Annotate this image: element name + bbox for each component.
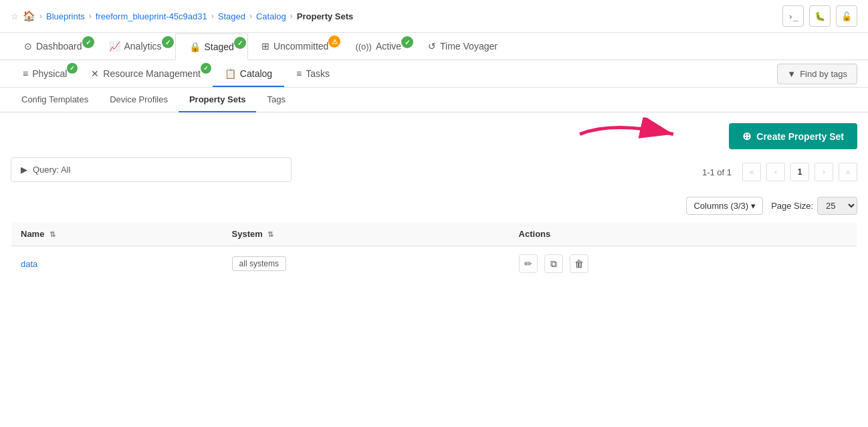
system-chip: all systems xyxy=(232,256,286,271)
breadcrumb-sep: › xyxy=(39,11,42,21)
sub-tab-config-templates[interactable]: Config Templates xyxy=(11,88,99,112)
tab-time-voyager[interactable]: ↺ Time Voyager xyxy=(415,33,511,60)
tab-resource-management[interactable]: ✕ Resource Management ✓ xyxy=(79,60,213,87)
property-sets-table: Name ⇅ System ⇅ Actions data all systems xyxy=(11,222,857,282)
main-content: ⊕ Create Property Set ▶ Query: All 1-1 o… xyxy=(0,112,868,282)
page-size-control: Page Size: 25 50 100 xyxy=(771,197,857,215)
pagination-next[interactable]: › xyxy=(815,163,833,181)
physical-icon: ≡ xyxy=(23,68,28,79)
pagination-last[interactable]: » xyxy=(839,163,857,181)
tab-active[interactable]: ((o)) Active ✓ xyxy=(342,33,415,60)
time-voyager-icon: ↺ xyxy=(428,41,436,52)
resource-icon: ✕ xyxy=(91,68,99,79)
resource-badge: ✓ xyxy=(201,63,211,74)
physical-badge: ✓ xyxy=(67,63,78,74)
analytics-badge: ✓ xyxy=(162,36,174,48)
tab-resource-management-label: Resource Management xyxy=(103,68,201,79)
find-tags-label: Find by tags xyxy=(800,69,847,79)
uncommitted-icon: ⊞ xyxy=(261,41,269,52)
table-controls: Columns (3/3) ▾ Page Size: 25 50 100 xyxy=(11,193,857,222)
tasks-icon: ≡ xyxy=(296,68,302,79)
sub-tab-tags[interactable]: Tags xyxy=(256,88,296,112)
plus-icon: ⊕ xyxy=(742,130,751,143)
find-by-tags-button[interactable]: ▼ Find by tags xyxy=(777,64,857,84)
delete-button[interactable]: 🗑 xyxy=(570,254,588,273)
create-btn-row: ⊕ Create Property Set xyxy=(11,112,857,157)
sub-tab-property-sets[interactable]: Property Sets xyxy=(179,88,257,112)
filter-icon: ▼ xyxy=(787,69,796,79)
page-size-label: Page Size: xyxy=(771,201,813,211)
catalog-icon: 📋 xyxy=(225,68,236,79)
page-size-select[interactable]: 25 50 100 xyxy=(817,197,857,215)
pagination-first[interactable]: « xyxy=(742,163,761,181)
row-action-icons: ✏ ⧉ 🗑 xyxy=(519,254,847,273)
tab-staged[interactable]: 🔒 Staged ✓ xyxy=(175,33,248,60)
col-actions-label: Actions xyxy=(519,229,551,239)
query-toggle-icon: ▶ xyxy=(21,165,27,175)
pagination-prev[interactable]: ‹ xyxy=(766,163,785,181)
breadcrumb-catalog[interactable]: Catalog xyxy=(256,11,286,21)
debug-button[interactable]: 🐛 xyxy=(809,5,831,27)
breadcrumb-current: Property Sets xyxy=(297,11,354,21)
staged-badge: ✓ xyxy=(234,37,246,49)
tab-active-label: Active xyxy=(376,41,401,52)
top-tabs: ⊙ Dashboard ✓ 📈 Analytics ✓ 🔒 Staged ✓ ⊞… xyxy=(0,33,868,60)
breadcrumb-sep-5: › xyxy=(290,11,293,21)
active-badge: ✓ xyxy=(401,36,413,48)
table-header: Name ⇅ System ⇅ Actions xyxy=(11,222,857,246)
config-templates-label: Config Templates xyxy=(21,94,88,104)
tab-time-voyager-label: Time Voyager xyxy=(440,41,498,52)
columns-chevron: ▾ xyxy=(751,201,756,211)
tab-uncommitted[interactable]: ⊞ Uncommitted ⚠ xyxy=(248,33,342,60)
breadcrumb-blueprints[interactable]: Blueprints xyxy=(46,11,85,21)
row-actions-cell: ✏ ⧉ 🗑 xyxy=(510,246,857,282)
create-property-set-button[interactable]: ⊕ Create Property Set xyxy=(729,123,857,149)
staged-icon: 🔒 xyxy=(189,41,201,52)
col-system[interactable]: System ⇅ xyxy=(223,222,510,246)
breadcrumb-sep-3: › xyxy=(211,11,214,21)
active-icon: ((o)) xyxy=(355,41,372,52)
arrow-annotation xyxy=(573,117,693,153)
star-icon[interactable]: ☆ xyxy=(11,11,19,21)
dashboard-badge: ✓ xyxy=(82,36,94,48)
tab-physical[interactable]: ≡ Physical ✓ xyxy=(11,60,79,87)
sub-tab-device-profiles[interactable]: Device Profiles xyxy=(99,88,179,112)
col-name[interactable]: Name ⇅ xyxy=(11,222,223,246)
tab-dashboard[interactable]: ⊙ Dashboard ✓ xyxy=(11,33,96,60)
table-body: data all systems ✏ ⧉ 🗑 xyxy=(11,246,857,282)
clone-button[interactable]: ⧉ xyxy=(544,254,563,273)
analytics-icon: 📈 xyxy=(109,41,120,52)
query-bar[interactable]: ▶ Query: All xyxy=(11,157,292,182)
columns-button[interactable]: Columns (3/3) ▾ xyxy=(686,197,763,215)
device-profiles-label: Device Profiles xyxy=(110,94,168,104)
name-sort-icon: ⇅ xyxy=(49,230,56,238)
tab-dashboard-label: Dashboard xyxy=(36,41,82,52)
dashboard-icon: ⊙ xyxy=(24,41,32,52)
breadcrumb-actions: ›_ 🐛 🔓 xyxy=(782,5,857,27)
breadcrumb-sep-2: › xyxy=(89,11,92,21)
lock-button[interactable]: 🔓 xyxy=(836,5,857,27)
breadcrumb-blueprint-id[interactable]: freeform_blueprint-45c9ad31 xyxy=(96,11,207,21)
sub-tabs: Config Templates Device Profiles Propert… xyxy=(0,88,868,112)
tab-analytics[interactable]: 📈 Analytics ✓ xyxy=(96,33,175,60)
col-name-label: Name xyxy=(21,229,44,239)
tab-physical-label: Physical xyxy=(32,68,67,79)
tab-catalog-label: Catalog xyxy=(240,68,272,79)
row-system-cell: all systems xyxy=(223,246,510,282)
tab-analytics-label: Analytics xyxy=(124,41,162,52)
home-icon[interactable]: 🏠 xyxy=(23,10,35,22)
pagination-current-page[interactable]: 1 xyxy=(790,163,809,181)
pagination: 1-1 of 1 « ‹ 1 › » xyxy=(702,157,857,187)
row-name-cell[interactable]: data xyxy=(11,246,223,282)
property-sets-label: Property Sets xyxy=(189,94,246,104)
tab-staged-label: Staged xyxy=(205,41,234,52)
breadcrumb-staged[interactable]: Staged xyxy=(218,11,245,21)
tab-tasks-label: Tasks xyxy=(306,68,330,79)
terminal-button[interactable]: ›_ xyxy=(782,5,804,27)
tab-uncommitted-label: Uncommitted xyxy=(274,41,328,52)
create-btn-label: Create Property Set xyxy=(756,131,844,142)
edit-button[interactable]: ✏ xyxy=(519,254,538,273)
breadcrumb: ☆ 🏠 › Blueprints › freeform_blueprint-45… xyxy=(0,0,868,33)
tab-tasks[interactable]: ≡ Tasks xyxy=(284,60,342,87)
tab-catalog[interactable]: 📋 Catalog xyxy=(213,60,284,87)
